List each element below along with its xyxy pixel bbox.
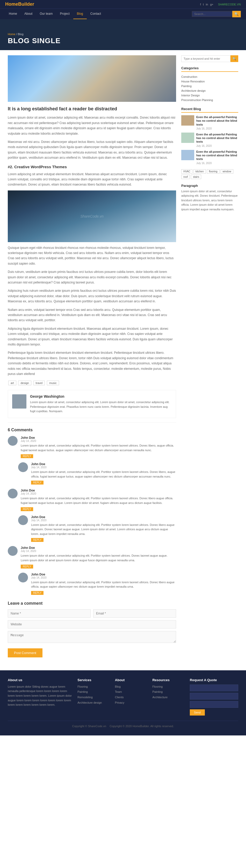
- tag-art[interactable]: art: [8, 381, 16, 385]
- nav-item-about[interactable]: About: [21, 9, 36, 19]
- footer-service-0[interactable]: Flooring: [77, 685, 110, 689]
- nav-item-home[interactable]: Home: [5, 9, 21, 19]
- recent-title-1[interactable]: Even the all-powerful Painting has no co…: [196, 115, 238, 126]
- footer-quote-email[interactable]: [190, 693, 238, 700]
- sharecode-label: SHARECODE.VN: [218, 3, 241, 6]
- main-container: It is a long established fact a reader b…: [0, 50, 246, 662]
- reply-button-5[interactable]: REPLY: [21, 565, 33, 568]
- reply-button-6[interactable]: REPLY: [31, 591, 44, 595]
- watermark: ShareCode.vn: [80, 214, 104, 218]
- nav-link-home[interactable]: Home: [5, 9, 21, 19]
- footer-quote-submit[interactable]: Send: [190, 709, 205, 716]
- footer-resource-1[interactable]: Painting: [152, 690, 185, 694]
- hero-section: Home / Blog BLOG SINGLE: [0, 19, 246, 50]
- social-google[interactable]: g+: [210, 3, 213, 6]
- recent-title-3[interactable]: Even the all-powerful Painting has no co…: [196, 150, 238, 161]
- recent-date-1: July 16, 2020: [196, 127, 238, 130]
- category-preconstruction[interactable]: Preconstruction Planning: [181, 98, 238, 102]
- nav-search: 🔍: [192, 11, 241, 17]
- breadcrumb-separator: /: [16, 33, 17, 36]
- nav-link-about[interactable]: About: [21, 9, 36, 19]
- comment-website-input[interactable]: [8, 620, 176, 628]
- tag-cloud-hvac[interactable]: HVAC: [181, 169, 192, 174]
- footer-about-link-0[interactable]: Blog: [115, 685, 147, 689]
- nav-search-input[interactable]: [192, 11, 232, 17]
- sidebar-search-input[interactable]: [181, 55, 230, 62]
- post-comment-button[interactable]: Post Comment: [8, 648, 43, 657]
- recent-date-text-3: July 16, 2020: [196, 162, 212, 165]
- tag-design[interactable]: design: [18, 381, 31, 385]
- category-house-reno[interactable]: House Renovation: [181, 79, 238, 84]
- reply-button-4[interactable]: REPLY: [31, 538, 44, 542]
- recent-title-2[interactable]: Even the all-powerful Painting has no co…: [196, 132, 238, 144]
- footer-resource-2[interactable]: Architecture: [152, 695, 185, 700]
- footer-service-2[interactable]: Remodeling: [77, 695, 110, 700]
- footer-rights: Copyright © 2020 HomeBuilder. All rights…: [110, 724, 174, 728]
- comment-email-input[interactable]: [93, 609, 176, 618]
- footer-about-link-3[interactable]: Privacy: [115, 701, 147, 705]
- sidebar-tags: HVAC kitchen flooring window roof stairs: [181, 169, 238, 179]
- breadcrumb-home[interactable]: Home: [8, 33, 15, 36]
- recent-thumb-2: [181, 132, 194, 143]
- footer-resource-0[interactable]: Flooring: [152, 685, 185, 689]
- social-facebook[interactable]: f: [200, 3, 201, 6]
- tag-cloud-roof[interactable]: roof: [181, 175, 190, 179]
- nav-link-project[interactable]: Project: [56, 9, 73, 19]
- comment-name-1: John Doe: [21, 436, 176, 439]
- footer: About us Lorem ipsum dolor Sitting donec…: [0, 670, 246, 736]
- nav-link-contact[interactable]: Contact: [87, 9, 105, 19]
- comment-date-3: July 14, 2020: [21, 492, 176, 495]
- nav-item-project[interactable]: Project: [56, 9, 73, 19]
- tag-travel[interactable]: travel: [33, 381, 45, 385]
- social-linkedin[interactable]: in: [206, 3, 208, 6]
- footer-about-link-1[interactable]: Team: [115, 690, 147, 694]
- nav-item-blog[interactable]: Blog: [73, 9, 87, 19]
- category-painting[interactable]: Painting: [181, 84, 238, 88]
- footer-quote: Request A Quote Send: [190, 678, 238, 716]
- tag-music[interactable]: music: [47, 381, 59, 385]
- footer-resources-title: Resources: [152, 678, 185, 682]
- nav-link-ourteam[interactable]: Our team: [36, 9, 56, 19]
- comment-text-4: Lorem ipsum dolor sit amet, consectetur …: [31, 523, 176, 536]
- reply-button-2[interactable]: REPLY: [31, 480, 44, 485]
- footer-about-links-title: About: [115, 678, 147, 682]
- footer-bottom-text: Copyright © 2020 HomeBuilder. All rights…: [110, 724, 174, 728]
- nav-search-button[interactable]: 🔍: [232, 11, 241, 17]
- footer-about-link-2[interactable]: Clients: [115, 695, 147, 700]
- comment-text-3: Lorem ipsum dolor sit amet, consectetur …: [21, 496, 176, 505]
- nav-item-contact[interactable]: Contact: [87, 9, 105, 19]
- footer-quote-phone[interactable]: [190, 701, 238, 708]
- recent-date-text-2: July 16, 2020: [196, 145, 212, 147]
- comment-name-2: John Doe: [31, 462, 176, 466]
- footer-service-3[interactable]: Architecture design: [77, 701, 110, 705]
- sidebar-search-button[interactable]: 🔍: [230, 55, 238, 62]
- main-content: It is a long established fact a reader b…: [8, 55, 181, 657]
- tag-cloud-window[interactable]: window: [221, 169, 233, 174]
- social-twitter[interactable]: t: [203, 3, 204, 6]
- footer-quote-name[interactable]: [190, 685, 238, 691]
- reply-button-1[interactable]: REPLY: [21, 454, 33, 458]
- tag-cloud-kitchen[interactable]: kitchen: [193, 169, 206, 174]
- top-bar: HomeBuilder f t in g+ SHARECODE.VN: [0, 0, 246, 8]
- nav-item-ourteam[interactable]: Our team: [36, 9, 56, 19]
- tag-cloud-flooring[interactable]: flooring: [207, 169, 220, 174]
- category-interior[interactable]: Interior Design: [181, 93, 238, 98]
- category-architecture[interactable]: Architecture design: [181, 88, 238, 93]
- reply-button-3[interactable]: REPLY: [21, 507, 33, 511]
- nav-link-blog[interactable]: Blog: [73, 9, 87, 19]
- breadcrumb: Home / Blog: [8, 33, 61, 36]
- category-construction[interactable]: Construction: [181, 74, 238, 79]
- footer-grid: About us Lorem ipsum dolor Sitting donec…: [8, 678, 238, 716]
- footer-service-1[interactable]: Painting: [77, 690, 110, 694]
- tag-cloud: HVAC kitchen flooring window roof stairs: [181, 169, 238, 179]
- tag-cloud-stairs[interactable]: stairs: [191, 175, 201, 179]
- comment-body-1: John Doe July 14, 2020 Lorem ipsum dolor…: [21, 436, 176, 458]
- recent-post-2: Even the all-powerful Painting has no co…: [181, 132, 238, 147]
- categories-title: Categories: [181, 66, 238, 72]
- post-image2-inner: ShareCode.vn: [8, 190, 176, 242]
- recent-thumb-1: [181, 115, 194, 126]
- comment-body-5: John Doe July 14, 2020 Lorem ipsum dolor…: [21, 546, 176, 568]
- comment-message-textarea[interactable]: [8, 631, 176, 643]
- comment-name-input[interactable]: [8, 609, 91, 618]
- comment-avatar-5: [8, 546, 18, 556]
